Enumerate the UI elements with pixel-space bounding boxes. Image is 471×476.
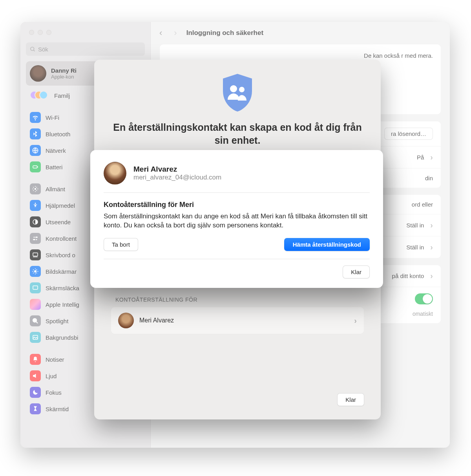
window-titlebar: [20, 22, 450, 42]
wifi-icon: [30, 112, 41, 123]
contact-avatar: [118, 313, 134, 328]
zoom-traffic-light[interactable]: [46, 30, 51, 35]
svg-rect-15: [33, 286, 38, 289]
screensaver-icon: [30, 282, 41, 293]
wallpaper-icon: [30, 332, 41, 343]
bell-icon: [30, 354, 41, 365]
moon-icon: [30, 387, 41, 398]
shield-people-icon: [220, 73, 255, 112]
svg-rect-3: [33, 166, 37, 168]
hourglass-icon: [30, 403, 41, 414]
sidebar-item-label: Notiser: [46, 356, 64, 363]
dialog-email: meri_alvarez_04@icloud.com: [133, 174, 221, 181]
sidebar-item-label: Bluetooth: [46, 131, 70, 137]
speaker-icon: [30, 370, 41, 381]
ai-icon: [30, 299, 41, 310]
svg-point-0: [31, 47, 34, 50]
bluetooth-icon: [30, 128, 41, 139]
sidebar-item-label: Kontrollcent: [46, 235, 77, 242]
sidebar-item-label: Apple Intellig: [46, 301, 79, 308]
dialog-subtitle: Kontoåterställning för Meri: [104, 201, 370, 209]
gear-icon: [30, 183, 41, 194]
sidebar-item-label: Bakgrundsbi: [46, 334, 78, 341]
remove-button[interactable]: Ta bort: [104, 238, 138, 251]
account-name: Danny Ri: [51, 67, 77, 74]
sidebar-item-label: Utseende: [46, 219, 71, 225]
contact-row[interactable]: Meri Alvarez ›: [111, 307, 364, 334]
close-traffic-light[interactable]: [29, 30, 34, 35]
desktop-icon: [30, 249, 41, 260]
sidebar-item-label: Allmänt: [46, 186, 65, 192]
chevron-right-icon: ›: [430, 271, 433, 280]
svg-line-1: [33, 50, 35, 51]
sidebar-item-label: Skrivbord o: [46, 252, 75, 258]
svg-rect-18: [33, 335, 38, 340]
svg-rect-11: [33, 239, 35, 240]
sidebar-item-label: Batteri: [46, 164, 62, 170]
change-password-button[interactable]: ra lösenord…: [384, 128, 433, 140]
sidebar-item-label: Wi-Fi: [46, 114, 59, 121]
chevron-right-icon: ›: [354, 316, 357, 325]
status-on: På: [417, 154, 424, 161]
search-icon: [30, 46, 36, 52]
chevron-right-icon: ›: [430, 221, 433, 230]
svg-point-8: [34, 237, 35, 238]
search-placeholder: Sök: [38, 46, 48, 53]
intro-text: De kan också r med mera.: [364, 51, 433, 60]
svg-point-10: [36, 239, 37, 240]
sheet-title: En återställningskontakt kan skapa en ko…: [108, 121, 367, 146]
dialog-done-button[interactable]: Klar: [343, 265, 370, 278]
sidebar-item-label: Nätverk: [46, 147, 66, 154]
sidebar-item-label: Hjälpmedel: [46, 202, 75, 209]
accessibility-icon: [30, 200, 41, 211]
sidebar-item-label: Bildskärmar: [46, 268, 77, 275]
section-label: KONTOÅTERSTÄLLNING FÖR: [115, 297, 367, 303]
svg-point-5: [35, 188, 37, 190]
svg-point-20: [239, 87, 245, 92]
account-avatar: [30, 65, 46, 82]
family-icon: [30, 90, 49, 101]
svg-rect-12: [33, 253, 38, 256]
chevron-right-icon: ›: [430, 243, 433, 252]
sidebar-item-label: Skärmsläcka: [46, 285, 79, 291]
contact-name: Meri Alvarez: [139, 317, 174, 324]
sidebar-item-label: Skärmtid: [46, 406, 69, 412]
appearance-icon: [30, 216, 41, 227]
svg-rect-4: [37, 167, 38, 168]
sidebar-item-label: Ljud: [46, 373, 57, 379]
chevron-right-icon: ›: [430, 153, 433, 162]
svg-rect-13: [33, 257, 38, 258]
dialog-avatar: [104, 162, 126, 185]
account-text: Danny Ri Apple-kon: [51, 67, 77, 80]
auto-toggle[interactable]: [415, 293, 433, 304]
settings-window: Sök Danny Ri Apple-kon Familj Wi-Fi Blue…: [20, 22, 450, 448]
sun-icon: [30, 266, 41, 277]
search-input[interactable]: Sök: [26, 42, 145, 56]
svg-line-17: [36, 322, 38, 324]
recovery-dialog: Meri Alvarez meri_alvarez_04@icloud.com …: [90, 150, 383, 288]
minimize-traffic-light[interactable]: [38, 30, 43, 35]
sidebar-item-label: Familj: [54, 92, 70, 99]
controlcenter-icon: [30, 233, 41, 244]
svg-point-14: [34, 270, 37, 273]
sidebar-item-label: Spotlight: [46, 318, 68, 324]
dialog-body: Som återställningskontakt kan du ange en…: [104, 212, 370, 230]
sidebar-item-label: Fokus: [46, 389, 62, 396]
battery-icon: [30, 161, 41, 172]
dialog-name: Meri Alvarez: [133, 165, 221, 174]
get-recovery-code-button[interactable]: Hämta återställningskod: [284, 238, 370, 251]
svg-rect-9: [35, 237, 38, 238]
svg-point-19: [230, 85, 237, 92]
globe-icon: [30, 145, 41, 156]
account-sub: Apple-kon: [51, 74, 77, 80]
svg-point-6: [35, 203, 36, 204]
spotlight-icon: [30, 315, 41, 326]
sheet-done-button[interactable]: Klar: [337, 393, 364, 406]
